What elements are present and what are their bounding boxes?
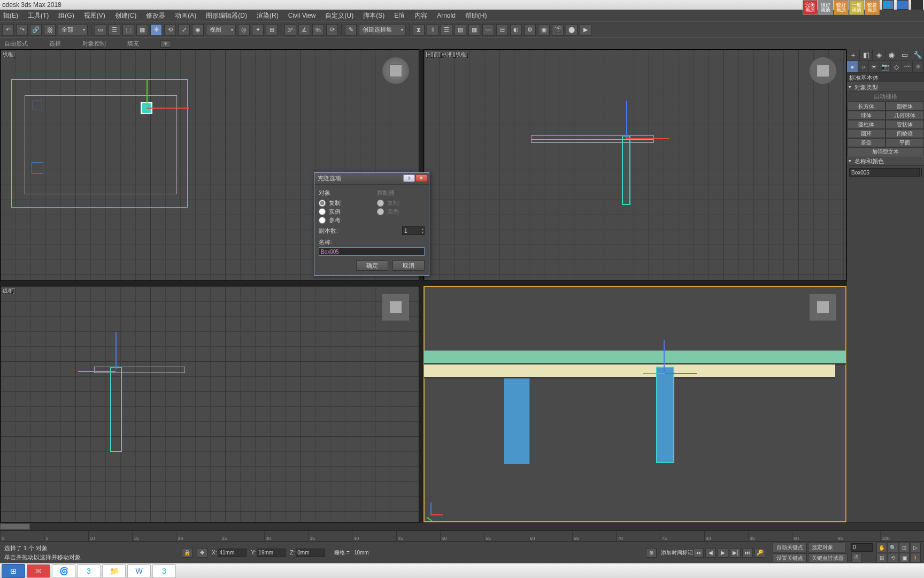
ribbon-fill[interactable]: 填充 xyxy=(127,40,139,48)
selset-dropdown[interactable]: 创建选择集 xyxy=(359,25,406,35)
box-button[interactable]: 长方体 xyxy=(847,102,886,111)
prev-frame-button[interactable]: ◀ xyxy=(705,548,716,558)
clone-name-input[interactable] xyxy=(319,247,425,256)
viewcube-front-icon[interactable] xyxy=(810,57,836,84)
sys-icon-2[interactable] xyxy=(897,0,908,10)
modify-tab[interactable]: ◧ xyxy=(860,49,873,60)
menu-help[interactable]: 帮助(H) xyxy=(465,11,487,20)
viewcube-persp-icon[interactable] xyxy=(810,294,836,321)
spinner-button[interactable]: ⟳ xyxy=(326,24,338,36)
menu-erender[interactable]: E渲 xyxy=(394,11,405,20)
copies-spinner[interactable]: 1 xyxy=(402,226,425,235)
menu-create[interactable]: 创建(C) xyxy=(115,11,137,20)
time-slider[interactable] xyxy=(0,523,924,530)
x-coord-input[interactable] xyxy=(218,549,247,557)
placement-button[interactable]: ◉ xyxy=(192,24,204,36)
viewport-front[interactable]: [+][前][标准][线框] xyxy=(424,49,847,281)
viewport-left[interactable]: 线框] xyxy=(0,286,419,522)
curve-button[interactable]: 〰 xyxy=(482,24,494,36)
orbit-button[interactable]: ⟲ xyxy=(888,553,898,562)
transform-mode-icon[interactable]: ✥ xyxy=(197,548,207,558)
cylinder-button[interactable]: 圆柱体 xyxy=(847,120,886,129)
align-button[interactable]: ⫴ xyxy=(427,24,438,36)
redo-button[interactable]: ↷ xyxy=(16,24,28,36)
timemark-icon[interactable]: ⊕ xyxy=(646,548,657,558)
scene-button[interactable]: ▤ xyxy=(455,24,466,36)
pyramid-button[interactable]: 四棱锥 xyxy=(886,129,924,138)
reference-radio[interactable]: 参考 xyxy=(319,216,366,224)
menu-content[interactable]: 内容 xyxy=(414,11,427,20)
cameras-category[interactable]: 📷 xyxy=(880,61,891,72)
task-app-4[interactable]: 📁 xyxy=(102,564,126,578)
cone-button[interactable]: 圆锥体 xyxy=(886,102,924,111)
teapot-button[interactable]: 茶壶 xyxy=(847,138,886,147)
copy-radio[interactable]: 复制 xyxy=(319,199,366,207)
ribbon-freeform[interactable]: 自由形式 xyxy=(4,40,28,48)
task-app-1[interactable]: ✉ xyxy=(27,564,50,578)
menu-civil[interactable]: Civil View xyxy=(288,12,316,19)
undo-button[interactable]: ↶ xyxy=(2,24,14,36)
systems-category[interactable]: ⚛ xyxy=(913,61,924,72)
schematic-button[interactable]: ⊟ xyxy=(496,24,508,36)
quality-badge-3[interactable]: 较好 画质 xyxy=(834,0,849,15)
lights-category[interactable]: ☀ xyxy=(869,61,880,72)
viewcube-icon[interactable] xyxy=(382,57,409,84)
sys-icon-1[interactable]: 🌐 xyxy=(882,0,894,10)
tube-button[interactable]: 管状体 xyxy=(886,120,924,129)
select-button[interactable]: ▭ xyxy=(95,24,106,36)
ribbon-object[interactable]: 对象控制 xyxy=(82,40,106,48)
name-color-header[interactable]: 名称和颜色 xyxy=(847,156,924,166)
motion-tab[interactable]: ◉ xyxy=(886,49,898,60)
menu-graph[interactable]: 图形编辑器(D) xyxy=(206,11,247,20)
key-mode-button[interactable]: 🔑 xyxy=(754,548,765,558)
rotate-button[interactable]: ⟲ xyxy=(164,24,176,36)
selset-button[interactable]: ✎ xyxy=(345,24,357,36)
quality-badge-4[interactable]: 一般 画质 xyxy=(849,0,864,15)
menu-arnold[interactable]: Arnold xyxy=(437,12,456,19)
pan-button[interactable]: ✋ xyxy=(876,543,887,552)
next-frame-button[interactable]: ▶| xyxy=(730,548,741,558)
time-slider-thumb[interactable] xyxy=(0,523,30,530)
max-toggle-button[interactable]: ▣ xyxy=(899,553,910,562)
cancel-button[interactable]: 取消 xyxy=(392,260,425,271)
time-config-button[interactable]: ⏱ xyxy=(851,553,862,562)
zoom-ext-button[interactable]: ⊞ xyxy=(876,553,887,562)
setkey-button[interactable]: 设置关键点 xyxy=(773,553,807,563)
fov-button[interactable]: ▷ xyxy=(910,543,921,552)
menu-group[interactable]: 组(G) xyxy=(58,11,74,20)
viewport-persp[interactable] xyxy=(424,286,847,522)
menu-render[interactable]: 渲染(R) xyxy=(257,11,279,20)
select-name-button[interactable]: ☰ xyxy=(109,24,120,36)
display-tab[interactable]: ▭ xyxy=(898,49,911,60)
primitive-type-dropdown[interactable]: 标准基本体 xyxy=(847,73,924,82)
geometry-category[interactable]: ● xyxy=(847,61,858,72)
refcoord-dropdown[interactable]: 视图 xyxy=(206,25,236,35)
object-color-swatch[interactable] xyxy=(921,168,922,177)
goto-start-button[interactable]: ⏮ xyxy=(693,548,704,558)
select-region-button[interactable]: ⬚ xyxy=(122,24,134,36)
scale-button[interactable]: ⤢ xyxy=(178,24,190,36)
autokey-button[interactable]: 自动关键点 xyxy=(773,543,807,552)
quality-badge-2[interactable]: 很好 画质 xyxy=(818,0,833,15)
utilities-tab[interactable]: 🔧 xyxy=(911,49,924,60)
snap3-button[interactable]: 3° xyxy=(284,24,296,36)
menu-script[interactable]: 脚本(S) xyxy=(363,11,384,20)
render-button[interactable]: 🎬 xyxy=(552,24,564,36)
autogrid-checkbox[interactable]: 自动栅格 xyxy=(847,92,924,102)
menu-tools[interactable]: 工具(T) xyxy=(28,11,49,20)
torus-button[interactable]: 圆环 xyxy=(847,129,886,138)
filter-dropdown[interactable]: 全部 xyxy=(58,25,88,35)
y-coord-input[interactable] xyxy=(257,549,286,557)
goto-end-button[interactable]: ⏭ xyxy=(742,548,753,558)
toggle-button[interactable]: ▦ xyxy=(468,24,480,36)
render-setup-button[interactable]: ⚙ xyxy=(524,24,536,36)
asnap-button[interactable]: ∡ xyxy=(298,24,310,36)
task-app-6[interactable]: 3 xyxy=(152,564,176,578)
task-app-5[interactable]: W xyxy=(127,564,151,578)
walk-button[interactable]: 🚶 xyxy=(910,553,921,562)
psnap-button[interactable]: % xyxy=(312,24,324,36)
manip-button[interactable]: ✦ xyxy=(252,24,264,36)
play-button[interactable]: ▶ xyxy=(718,548,728,558)
menu-views[interactable]: 视图(V) xyxy=(84,11,105,20)
move-button[interactable]: ✥ xyxy=(150,24,162,36)
